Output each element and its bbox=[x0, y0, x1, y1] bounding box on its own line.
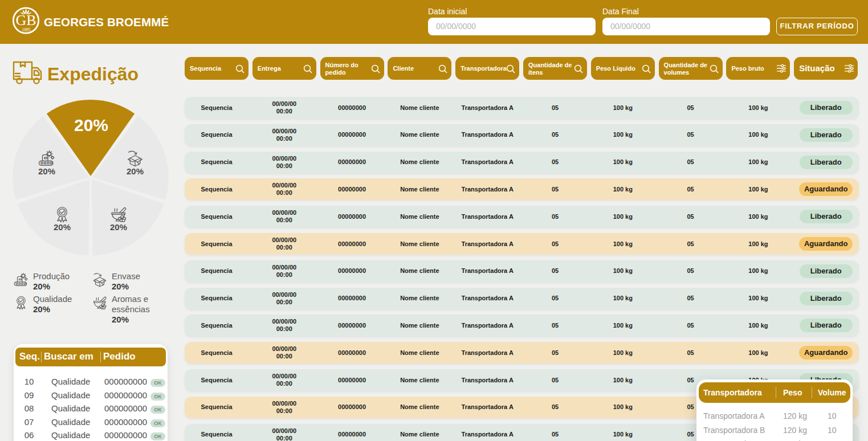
svg-text:GB: GB bbox=[15, 12, 36, 28]
svg-text:1885: 1885 bbox=[22, 27, 31, 32]
